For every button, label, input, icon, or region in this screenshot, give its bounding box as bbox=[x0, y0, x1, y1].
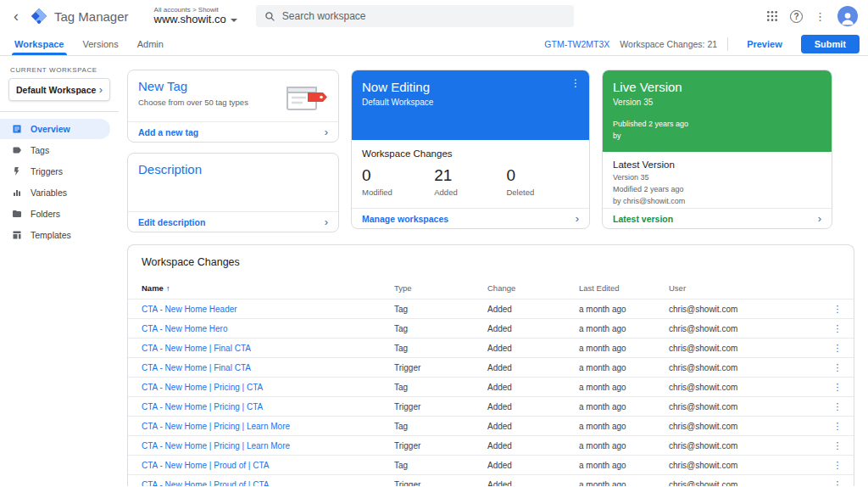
sidebar-item-templates[interactable]: Templates bbox=[0, 225, 110, 245]
row-menu-icon[interactable]: ⋮ bbox=[826, 460, 849, 471]
row-type: Trigger bbox=[394, 480, 487, 487]
chevron-right-icon: › bbox=[325, 126, 328, 137]
row-last-edited: a month ago bbox=[579, 461, 669, 470]
workspace-changes-heading: Workspace Changes bbox=[362, 148, 579, 159]
card-menu-icon[interactable]: ⋮ bbox=[570, 77, 581, 89]
row-menu-icon[interactable]: ⋮ bbox=[826, 401, 849, 412]
row-type: Tag bbox=[394, 422, 487, 431]
lightning-icon bbox=[12, 166, 22, 176]
row-last-edited: a month ago bbox=[579, 383, 669, 392]
search-icon bbox=[264, 11, 275, 22]
row-menu-icon[interactable]: ⋮ bbox=[826, 304, 849, 315]
sort-ascending-icon: ↑ bbox=[166, 284, 170, 293]
search-bar[interactable] bbox=[256, 5, 574, 27]
row-name-link[interactable]: CTA - New Home | Final CTA bbox=[142, 344, 394, 353]
row-change: Added bbox=[487, 402, 579, 411]
row-name-link[interactable]: CTA - New Home | Proud of | CTA bbox=[142, 480, 394, 487]
row-name-link[interactable]: CTA - New Home | Pricing | CTA bbox=[142, 383, 394, 392]
preview-button[interactable]: Preview bbox=[738, 36, 791, 53]
row-last-edited: a month ago bbox=[579, 441, 669, 451]
avatar[interactable] bbox=[837, 6, 858, 26]
search-input[interactable] bbox=[282, 10, 565, 22]
row-menu-icon[interactable]: ⋮ bbox=[826, 382, 849, 393]
tag-icon bbox=[12, 145, 22, 155]
column-header-user[interactable]: User bbox=[669, 283, 826, 293]
row-type: Tag bbox=[394, 461, 487, 470]
row-menu-icon[interactable]: ⋮ bbox=[826, 343, 849, 354]
row-menu-icon[interactable]: ⋮ bbox=[826, 323, 849, 334]
table-row: CTA - New Home | Pricing | CTA Tag Added… bbox=[128, 377, 854, 396]
manage-workspaces-button[interactable]: Manage workspaces › bbox=[352, 208, 589, 228]
sidebar-item-tags[interactable]: Tags bbox=[0, 140, 110, 160]
edit-description-label: Edit description bbox=[138, 217, 205, 227]
table-row: CTA - New Home | Final CTA Trigger Added… bbox=[128, 357, 854, 377]
gtm-container-id[interactable]: GTM-TW2MT3X bbox=[544, 39, 609, 49]
sidebar-item-triggers[interactable]: Triggers bbox=[0, 161, 110, 182]
new-tag-title[interactable]: New Tag bbox=[138, 79, 248, 93]
workspace-changes-table: Workspace Changes Name↑ Type Change Last… bbox=[127, 244, 854, 486]
sidebar-item-folders[interactable]: Folders bbox=[0, 204, 110, 224]
row-menu-icon[interactable]: ⋮ bbox=[826, 421, 849, 432]
row-user: chris@showit.com bbox=[669, 363, 826, 372]
submit-button[interactable]: Submit bbox=[801, 35, 860, 53]
column-header-type[interactable]: Type bbox=[394, 283, 487, 293]
workspace-selector[interactable]: Default Workspace › bbox=[8, 78, 110, 101]
tab-admin[interactable]: Admin bbox=[128, 32, 173, 55]
row-type: Trigger bbox=[394, 402, 487, 411]
table-header-row: Name↑ Type Change Last Edited User bbox=[128, 277, 854, 299]
latest-version-button[interactable]: Latest version › bbox=[603, 208, 832, 228]
apps-grid-icon[interactable] bbox=[766, 10, 778, 22]
overflow-menu-icon[interactable]: ⋮ bbox=[815, 10, 826, 23]
row-type: Tag bbox=[394, 305, 487, 314]
row-last-edited: a month ago bbox=[579, 363, 669, 372]
row-name-link[interactable]: CTA - New Home | Pricing | Learn More bbox=[142, 441, 394, 451]
stat-label: Modified bbox=[362, 188, 434, 197]
app-title: Tag Manager bbox=[54, 9, 129, 24]
row-change: Added bbox=[487, 461, 579, 470]
row-name-link[interactable]: CTA - New Home | Final CTA bbox=[142, 363, 394, 372]
description-title[interactable]: Description bbox=[138, 162, 328, 176]
help-icon[interactable]: ? bbox=[790, 10, 803, 23]
add-new-tag-button[interactable]: Add a new tag › bbox=[128, 121, 338, 142]
back-icon[interactable]: ‹ bbox=[7, 8, 25, 24]
folder-icon bbox=[12, 209, 22, 219]
column-header-name[interactable]: Name↑ bbox=[142, 283, 394, 293]
row-last-edited: a month ago bbox=[579, 344, 669, 353]
sidebar-item-overview[interactable]: Overview bbox=[0, 119, 110, 139]
variables-icon bbox=[12, 188, 22, 198]
stat-value: 21 bbox=[434, 166, 506, 185]
row-menu-icon[interactable]: ⋮ bbox=[826, 362, 849, 373]
row-change: Added bbox=[487, 363, 579, 372]
column-header-change[interactable]: Change bbox=[487, 283, 579, 293]
sidebar-item-label: Tags bbox=[31, 145, 49, 155]
row-menu-icon[interactable]: ⋮ bbox=[826, 440, 849, 451]
stat-label: Deleted bbox=[506, 188, 578, 197]
row-name-link[interactable]: CTA - New Home Hero bbox=[142, 324, 394, 333]
main-content: New Tag Choose from over 50 tag types bbox=[119, 56, 868, 486]
chevron-right-icon: › bbox=[99, 84, 103, 95]
row-type: Tag bbox=[394, 324, 487, 333]
table-title: Workspace Changes bbox=[128, 245, 854, 277]
tab-versions[interactable]: Versions bbox=[74, 32, 128, 55]
stat-added: 21 Added bbox=[434, 166, 506, 197]
row-type: Tag bbox=[394, 383, 487, 392]
tab-workspace[interactable]: Workspace bbox=[5, 32, 74, 55]
row-menu-icon[interactable]: ⋮ bbox=[826, 479, 849, 487]
row-change: Added bbox=[487, 383, 579, 392]
workspace-tab-bar: Workspace Versions Admin GTM-TW2MT3X Wor… bbox=[0, 32, 868, 56]
row-name-link[interactable]: CTA - New Home | Proud of | CTA bbox=[142, 461, 394, 470]
row-last-edited: a month ago bbox=[579, 480, 669, 487]
edit-description-button[interactable]: Edit description › bbox=[128, 211, 338, 232]
account-container-switcher[interactable]: All accounts > Showit www.showit.co bbox=[154, 6, 237, 26]
sidebar-item-variables[interactable]: Variables bbox=[0, 182, 110, 203]
table-body: CTA - New Home Header Tag Added a month … bbox=[128, 299, 854, 486]
tag-manager-logo-icon bbox=[31, 8, 47, 25]
row-name-link[interactable]: CTA - New Home | Pricing | Learn More bbox=[142, 422, 394, 431]
row-last-edited: a month ago bbox=[579, 324, 669, 333]
new-tag-illustration-icon bbox=[282, 79, 328, 113]
row-name-link[interactable]: CTA - New Home | Pricing | CTA bbox=[142, 402, 394, 411]
row-user: chris@showit.com bbox=[669, 480, 826, 487]
stat-value: 0 bbox=[362, 166, 434, 185]
column-header-last-edited[interactable]: Last Edited bbox=[579, 283, 669, 293]
row-name-link[interactable]: CTA - New Home Header bbox=[142, 305, 394, 314]
